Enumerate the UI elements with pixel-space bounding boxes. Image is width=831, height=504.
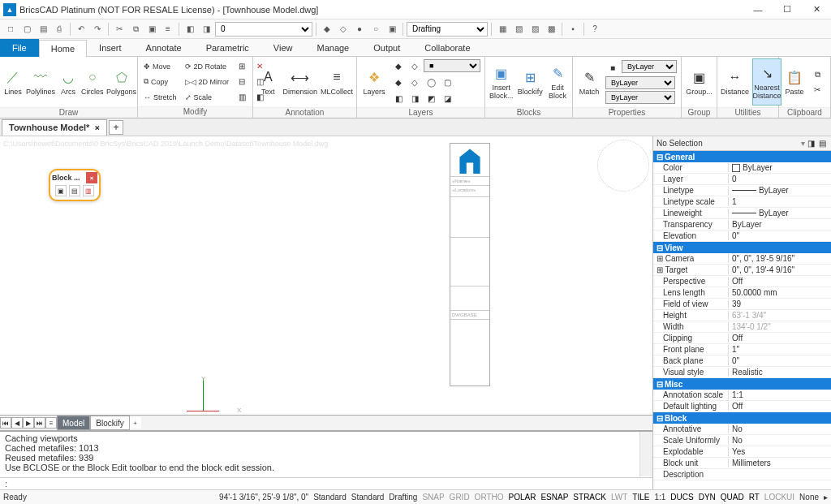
tab-output[interactable]: Output	[361, 39, 412, 57]
toggle-ortho[interactable]: ORTHO	[475, 493, 504, 502]
tab-annotate[interactable]: Annotate	[134, 39, 194, 57]
maximize-button[interactable]: ☐	[773, 0, 802, 19]
toggle-tile[interactable]: TILE	[632, 493, 649, 502]
status-std2[interactable]: Standard	[351, 493, 385, 502]
redo-icon[interactable]: ↷	[90, 22, 105, 37]
add-tab-button[interactable]: +	[109, 120, 123, 135]
paste-icon[interactable]: ▣	[144, 22, 159, 37]
section-block[interactable]: ⊟Block	[653, 412, 831, 424]
rotate-button[interactable]: ⟳2D Rotate	[183, 59, 232, 74]
tool4-icon[interactable]: ○	[368, 22, 383, 37]
block-tool-1[interactable]: ▣	[55, 185, 67, 196]
block-edit-toolbar[interactable]: Block ...× ▣▤▥	[49, 169, 101, 201]
tool1-icon[interactable]: ◆	[320, 22, 334, 37]
layer-combo-ribbon[interactable]: ■	[424, 59, 480, 72]
move-button[interactable]: ✥Move	[141, 59, 179, 74]
arcs-button[interactable]: ◡Arcs	[58, 58, 78, 106]
print-icon[interactable]: ⎙	[52, 22, 67, 37]
polylines-button[interactable]: 〰Polylines	[26, 58, 55, 106]
tab-view[interactable]: View	[261, 39, 305, 57]
tool7-icon[interactable]: ▧	[511, 22, 526, 37]
polygons-button[interactable]: ⬠Polygons	[107, 58, 136, 106]
command-input[interactable]: :	[0, 477, 652, 489]
cut-icon[interactable]: ✂	[112, 22, 127, 37]
edit-block-button[interactable]: ✎Edit Block	[546, 58, 569, 106]
close-button[interactable]: ✕	[802, 0, 831, 19]
toggle-esnap[interactable]: ESNAP	[540, 493, 568, 502]
layout-list-icon[interactable]: ≡	[45, 417, 57, 429]
layout-add-icon[interactable]: +	[130, 417, 141, 429]
props-filter-icon[interactable]: ◨	[805, 139, 816, 148]
blockify-button[interactable]: ⊞Blockify	[518, 58, 544, 106]
tab-parametric[interactable]: Parametric	[194, 39, 261, 57]
paste-button[interactable]: 📋Paste	[782, 58, 807, 106]
section-view[interactable]: ⊟View	[653, 242, 831, 253]
doc-tab[interactable]: Townhouse Model*×	[2, 119, 107, 136]
tab-collaborate[interactable]: Collaborate	[412, 39, 482, 57]
distance-button[interactable]: ↔Distance	[721, 58, 749, 106]
cmd-scrollbar[interactable]	[639, 432, 652, 476]
toggle-grid[interactable]: GRID	[450, 493, 470, 502]
lay-icon-3[interactable]: ◆	[391, 75, 406, 89]
status-arrow-icon[interactable]: ▸	[824, 493, 828, 502]
open-icon[interactable]: ▢	[19, 22, 34, 37]
toggle-dyn[interactable]: DYN	[699, 493, 716, 502]
mlcollect-button[interactable]: ≡MLCollect	[321, 58, 353, 106]
lay-icon-10[interactable]: ◪	[440, 91, 454, 106]
workspace-combo[interactable]: Drafting	[407, 22, 488, 37]
tab-insert[interactable]: Insert	[87, 39, 134, 57]
toggle-ducs[interactable]: DUCS	[670, 493, 693, 502]
dimension-button[interactable]: ⟷Dimension	[282, 58, 317, 106]
tool6-icon[interactable]: ▦	[495, 22, 510, 37]
layers-button[interactable]: ❖Layers	[360, 58, 388, 106]
new-icon[interactable]: □	[3, 22, 18, 37]
block-popup-close-icon[interactable]: ×	[86, 172, 97, 183]
toggle-rt[interactable]: RT	[749, 493, 760, 502]
lay-icon-1[interactable]: ◆	[391, 58, 406, 73]
lay-icon-4[interactable]: ◇	[407, 75, 422, 89]
tab-manage[interactable]: Manage	[304, 39, 361, 57]
model-tab[interactable]: Model	[57, 416, 90, 430]
save-icon[interactable]: ▤	[36, 22, 50, 37]
status-none[interactable]: None	[799, 493, 819, 502]
layout-next-icon[interactable]: ▶	[23, 417, 34, 429]
tool8-icon[interactable]: ▨	[527, 22, 542, 37]
minimize-button[interactable]: —	[743, 0, 773, 19]
section-misc[interactable]: ⊟Misc	[653, 378, 831, 390]
layer-state-icon[interactable]: ◧	[183, 22, 197, 37]
tab-home[interactable]: Home	[39, 40, 87, 58]
toggle-quad[interactable]: QUAD	[721, 493, 744, 502]
undo-icon[interactable]: ↶	[74, 22, 88, 37]
lay-icon-2[interactable]: ◇	[407, 58, 422, 73]
toggle-lwt[interactable]: LWT	[611, 493, 627, 502]
toggle-snap[interactable]: SNAP	[422, 493, 444, 502]
lineweight-combo[interactable]: ByLayer	[605, 91, 675, 104]
match-button[interactable]: ✎Match	[576, 58, 602, 106]
text-button[interactable]: AText	[256, 58, 279, 106]
layout-first-icon[interactable]: ⏮	[0, 417, 11, 429]
tab-file[interactable]: File	[0, 39, 39, 57]
section-general[interactable]: ⊟General	[653, 151, 831, 162]
lay-icon-5[interactable]: ◯	[424, 75, 438, 89]
status-scale[interactable]: 1:1	[654, 493, 665, 502]
tool5-icon[interactable]: ▣	[385, 22, 399, 37]
color-combo[interactable]: ByLayer	[622, 60, 677, 73]
layout-prev-icon[interactable]: ◀	[11, 417, 23, 429]
toggle-polar[interactable]: POLAR	[509, 493, 536, 502]
lay-icon-8[interactable]: ◨	[407, 91, 422, 106]
modify-icon-2[interactable]: ⊟	[235, 75, 249, 89]
circles-button[interactable]: ○Circles	[81, 58, 104, 106]
block-tool-2[interactable]: ▤	[69, 185, 80, 196]
nearest-distance-button[interactable]: ↘Nearest Distance	[752, 58, 781, 106]
mirror-button[interactable]: ▷◁2D Mirror	[183, 75, 232, 89]
lay-icon-9[interactable]: ◩	[424, 91, 438, 106]
group-button[interactable]: ▣Group...	[685, 58, 713, 106]
copy-button[interactable]: ⧉Copy	[141, 75, 179, 89]
toggle-strack[interactable]: STRACK	[573, 493, 606, 502]
canvas[interactable]: C:\Users\hewet\Documents\0 BricSys\Brics…	[0, 136, 652, 415]
match-icon[interactable]: ≡	[161, 22, 175, 37]
block-tool-3[interactable]: ▥	[83, 185, 94, 196]
modify-icon-3[interactable]: ▥	[235, 90, 249, 105]
linetype-combo[interactable]: ByLayer	[605, 76, 675, 89]
layout-last-icon[interactable]: ⏭	[34, 417, 45, 429]
